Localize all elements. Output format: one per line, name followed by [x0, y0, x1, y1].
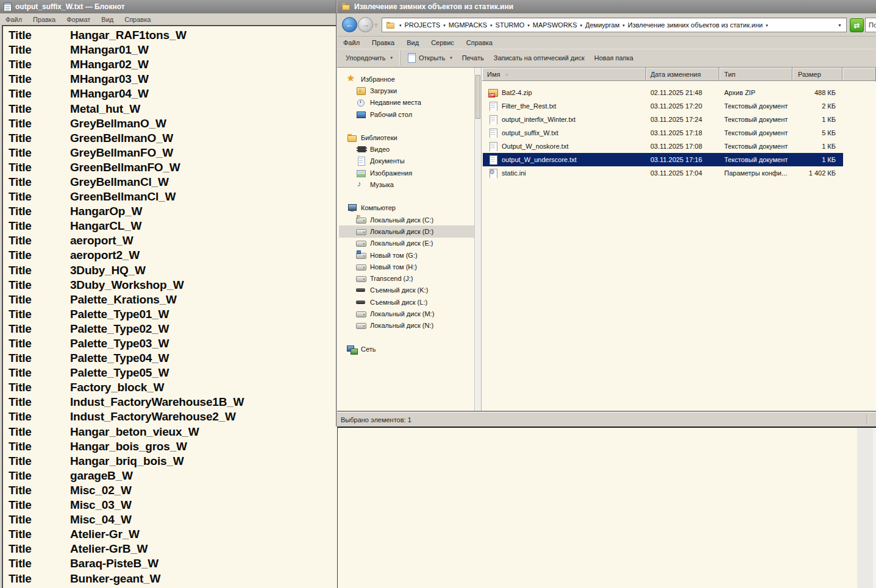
file-row[interactable]: static.ini 03.11.2025 17:04 Параметры ко…: [483, 166, 843, 180]
history-dropdown-icon[interactable]: [374, 23, 377, 28]
nav-item[interactable]: Сеть: [339, 343, 481, 355]
notepad-menu-item[interactable]: Вид: [96, 15, 119, 24]
explorer-menu-item[interactable]: Сервис: [425, 38, 460, 48]
explorer-menu-item[interactable]: Вид: [401, 38, 425, 48]
explorer-titlebar[interactable]: Извлечение зимних объектов из статик.ини: [337, 0, 876, 13]
notepad-line: Title Hangar_beton_vieux_W: [9, 425, 339, 439]
file-row[interactable]: Bat2-4.zip 02.11.2025 21:48 Архив ZIP 48…: [483, 86, 843, 99]
file-row[interactable]: output_suffix_W.txt 03.11.2025 17:18 Тек…: [483, 126, 843, 140]
notepad-menu-item[interactable]: Справка: [119, 15, 156, 24]
explorer-menu-item[interactable]: Файл: [337, 38, 366, 48]
file-name: output_suffix_W.txt: [502, 129, 558, 136]
nav-item[interactable]: Изображения: [339, 167, 481, 179]
nav-item[interactable]: Рабочий стол: [339, 108, 481, 120]
nav-item-icon: [356, 285, 366, 295]
file-row[interactable]: output_W_underscore.txt 03.11.2025 17:16…: [483, 153, 843, 166]
nav-item-icon: [356, 156, 366, 166]
back-button[interactable]: [342, 17, 357, 32]
notepad-line: Title Palette_Type04_W: [9, 351, 339, 366]
toolbar-button[interactable]: Новая папка: [589, 52, 638, 64]
notepad-line-key: Title: [9, 205, 70, 218]
nav-item[interactable]: [339, 120, 481, 132]
address-bar[interactable]: PROJECTSMGMPACKSSTURMOMAPSWORKSДемиургам…: [382, 18, 847, 32]
breadcrumb-item[interactable]: MAPSWORKS: [524, 21, 577, 29]
notepad-line: Title garageB_W: [9, 469, 339, 483]
file-type: Текстовый документ: [719, 129, 792, 136]
nav-item[interactable]: Документы: [339, 155, 481, 167]
nav-item[interactable]: [339, 191, 481, 202]
nav-item[interactable]: Локальный диск (D:): [339, 225, 475, 237]
nav-item[interactable]: Загрузки: [339, 85, 481, 96]
column-header-label: Имя: [487, 71, 500, 78]
notepad-menu-item[interactable]: Формат: [61, 15, 96, 24]
notepad-line-key: Title: [9, 175, 70, 189]
breadcrumb-item[interactable]: PROJECTS: [396, 21, 440, 29]
nav-item[interactable]: Локальный диск (M:): [339, 308, 481, 319]
notepad-line-key: Title: [9, 58, 70, 71]
nav-item[interactable]: [339, 331, 481, 343]
column-header[interactable]: Размер: [792, 68, 842, 81]
background-window[interactable]: [337, 427, 876, 588]
nav-item[interactable]: Съемный диск (L:): [339, 296, 481, 308]
file-row[interactable]: Filter_the_Rest.txt 03.11.2025 17:20 Тек…: [483, 99, 843, 113]
nav-scrollbar[interactable]: [474, 68, 481, 412]
forward-button[interactable]: [358, 17, 373, 32]
notepad-line-value: Palette_Type04_W: [70, 352, 169, 365]
breadcrumb-item[interactable]: MGMPACKS: [440, 21, 487, 29]
column-header[interactable]: Имя: [482, 68, 646, 81]
notepad-line-value: Bunker-geant_W: [70, 572, 160, 586]
nav-item-icon: [356, 250, 366, 260]
breadcrumb-item[interactable]: Демиургам: [577, 21, 620, 29]
search-input[interactable]: Поиск: [865, 18, 876, 32]
column-header[interactable]: Тип: [719, 68, 792, 81]
nav-item[interactable]: Музыка: [339, 179, 481, 190]
notepad-line-value: Factory_block_W: [70, 381, 164, 394]
nav-item[interactable]: Недавние места: [339, 97, 481, 108]
nav-item[interactable]: Съемный диск (K:): [339, 285, 481, 296]
breadcrumb-trailing-arrow-icon[interactable]: [763, 21, 768, 29]
notepad-menu-item[interactable]: Правка: [27, 15, 61, 24]
column-header[interactable]: Дата изменения: [646, 68, 719, 81]
notepad-line-value: Indust_FactoryWarehouse1B_W: [70, 395, 244, 409]
explorer-menu-item[interactable]: Справка: [460, 38, 499, 48]
notepad-line-value: aeroport2_W: [70, 249, 140, 262]
notepad-line-value: MHangar02_W: [70, 58, 149, 71]
background-window-scrollbar[interactable]: [857, 428, 873, 588]
nav-item[interactable]: Локальный диск (E:): [339, 238, 481, 249]
notepad-line-key: Title: [9, 410, 70, 423]
nav-item[interactable]: Библиотеки: [339, 132, 481, 143]
address-dropdown-icon[interactable]: [838, 23, 842, 27]
nav-item-label: Документы: [370, 157, 405, 165]
nav-item[interactable]: Новый том (H:): [339, 261, 481, 272]
nav-item[interactable]: Избранное: [339, 73, 481, 85]
nav-item[interactable]: Компьютер: [339, 202, 481, 214]
breadcrumb-item[interactable]: STURMO: [487, 21, 524, 29]
notepad-line-value: Indust_FactoryWarehouse2_W: [70, 410, 236, 423]
notepad-line-value: 3Duby_Workshop_W: [70, 278, 183, 292]
toolbar-button[interactable]: Упорядочить: [341, 52, 397, 64]
nav-item[interactable]: Transcend (J:): [339, 272, 481, 284]
refresh-button[interactable]: [850, 18, 864, 32]
notepad-titlebar[interactable]: output_suffix_W.txt — Блокнот: [0, 0, 339, 13]
column-header[interactable]: [842, 68, 876, 81]
notepad-icon: [4, 2, 12, 12]
nav-item[interactable]: Локальный диск (C:): [339, 214, 481, 225]
file-row[interactable]: Output_W_noskore.txt 03.11.2025 17:08 Те…: [483, 140, 843, 153]
nav-scrollbar-thumb[interactable]: [475, 75, 480, 119]
nav-item[interactable]: Локальный диск (N:): [339, 320, 481, 331]
file-row[interactable]: output_interfix_Winter.txt 03.11.2025 17…: [483, 113, 843, 126]
nav-item[interactable]: Видео: [339, 143, 481, 155]
notepad-text-area[interactable]: Title Hangar_RAF1tons_W Title MHangar01_…: [2, 25, 339, 588]
notepad-menu-item[interactable]: Файл: [0, 15, 27, 24]
notepad-line-key: Title: [9, 528, 70, 541]
notepad-line-key: Title: [9, 132, 70, 145]
breadcrumb-item[interactable]: Извлечение зимних объектов из статик.ини: [619, 21, 763, 29]
toolbar-button[interactable]: Открыть: [400, 51, 457, 65]
notepad-line: Title Palette_Type02_W: [9, 322, 339, 336]
toolbar-button[interactable]: Записать на оптический диск: [489, 52, 589, 64]
file-type: Текстовый документ: [719, 156, 792, 163]
explorer-menu-item[interactable]: Правка: [366, 38, 401, 48]
toolbar-button[interactable]: Печать: [457, 52, 489, 64]
nav-item[interactable]: Новый том (G:): [339, 249, 481, 261]
column-header-label: Размер: [798, 71, 821, 78]
